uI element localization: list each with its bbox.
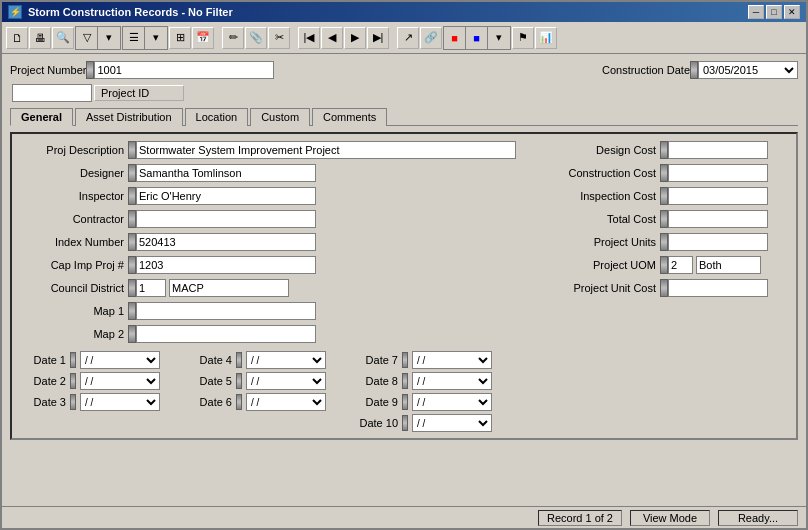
- date10-select[interactable]: / /: [412, 414, 492, 432]
- contractor-sep: [128, 210, 136, 228]
- map1-input[interactable]: [136, 302, 316, 320]
- tab-bar: General Asset Distribution Location Cust…: [10, 107, 798, 126]
- project-units-sep: [660, 233, 668, 251]
- filter-button[interactable]: ▽: [76, 27, 98, 49]
- date8-select[interactable]: / /: [412, 372, 492, 390]
- view-mode-status: View Mode: [630, 510, 710, 526]
- date6-select[interactable]: / /: [246, 393, 326, 411]
- date7-select[interactable]: / /: [412, 351, 492, 369]
- council-district-number[interactable]: [136, 279, 166, 297]
- flag-button[interactable]: ⚑: [512, 27, 534, 49]
- color3-button[interactable]: ▾: [488, 27, 510, 49]
- color2-button[interactable]: ■: [466, 27, 488, 49]
- proj-description-input[interactable]: [136, 141, 516, 159]
- total-cost-label: Total Cost: [560, 213, 660, 225]
- goto-button[interactable]: ↗: [397, 27, 419, 49]
- pencil-button[interactable]: ✏: [222, 27, 244, 49]
- inspection-cost-row: Inspection Cost: [560, 186, 790, 206]
- report-button[interactable]: 📊: [535, 27, 557, 49]
- inspection-cost-input[interactable]: [668, 187, 768, 205]
- index-number-label: Index Number: [18, 236, 128, 248]
- last-button[interactable]: ▶|: [367, 27, 389, 49]
- date10-sep: [402, 415, 408, 431]
- date6-row: Date 6 / /: [190, 393, 326, 411]
- designer-sep: [128, 164, 136, 182]
- grid-button[interactable]: ⊞: [169, 27, 191, 49]
- close-button[interactable]: ✕: [784, 5, 800, 19]
- filter-drop[interactable]: ▾: [98, 27, 120, 49]
- project-id-button[interactable]: [12, 84, 92, 102]
- project-uom-number[interactable]: [668, 256, 693, 274]
- tab-custom[interactable]: Custom: [250, 108, 310, 126]
- filter-group: ▽ ▾: [75, 26, 121, 50]
- print-button[interactable]: 🖶: [29, 27, 51, 49]
- project-number-input[interactable]: [94, 61, 274, 79]
- date5-select[interactable]: / /: [246, 372, 326, 390]
- date6-sep: [236, 394, 242, 410]
- color1-button[interactable]: ■: [444, 27, 466, 49]
- new-button[interactable]: 🗋: [6, 27, 28, 49]
- designer-input[interactable]: [136, 164, 316, 182]
- index-number-input[interactable]: [136, 233, 316, 251]
- date6-label: Date 6: [190, 396, 232, 408]
- construction-date-row: Construction Date 03/05/2015: [602, 60, 798, 80]
- app-icon: ⚡: [8, 5, 22, 19]
- date9-sep: [402, 394, 408, 410]
- proj-description-sep: [128, 141, 136, 159]
- total-cost-input[interactable]: [668, 210, 768, 228]
- cap-imp-proj-sep: [128, 256, 136, 274]
- link-button[interactable]: 🔗: [420, 27, 442, 49]
- calendar-button[interactable]: 📅: [192, 27, 214, 49]
- council-district-text[interactable]: [169, 279, 289, 297]
- project-unit-cost-input[interactable]: [668, 279, 768, 297]
- inspector-label: Inspector: [18, 190, 128, 202]
- construction-cost-input[interactable]: [668, 164, 768, 182]
- contractor-label: Contractor: [18, 213, 128, 225]
- date9-select[interactable]: / /: [412, 393, 492, 411]
- view-drop[interactable]: ▾: [145, 27, 167, 49]
- contractor-input[interactable]: [136, 210, 316, 228]
- date8-label: Date 8: [356, 375, 398, 387]
- tab-general[interactable]: General: [10, 108, 73, 126]
- view-button[interactable]: ☰: [123, 27, 145, 49]
- map2-input[interactable]: [136, 325, 316, 343]
- date1-select[interactable]: / /: [80, 351, 160, 369]
- tab-comments[interactable]: Comments: [312, 108, 387, 126]
- date4-select[interactable]: / /: [246, 351, 326, 369]
- date2-select[interactable]: / /: [80, 372, 160, 390]
- cut-button[interactable]: ✂: [268, 27, 290, 49]
- maximize-button[interactable]: □: [766, 5, 782, 19]
- inspection-cost-label: Inspection Cost: [560, 190, 660, 202]
- date1-row: Date 1 / /: [24, 351, 160, 369]
- minimize-button[interactable]: ─: [748, 5, 764, 19]
- view-group: ☰ ▾: [122, 26, 168, 50]
- date10-row: Date 10 / /: [356, 414, 492, 432]
- cap-imp-proj-input[interactable]: [136, 256, 316, 274]
- construction-cost-row: Construction Cost: [560, 163, 790, 183]
- attach-button[interactable]: 📎: [245, 27, 267, 49]
- next-button[interactable]: ▶: [344, 27, 366, 49]
- council-district-inline: [136, 279, 289, 297]
- project-units-input[interactable]: [668, 233, 768, 251]
- design-cost-input[interactable]: [668, 141, 768, 159]
- project-uom-text[interactable]: [696, 256, 761, 274]
- date3-select[interactable]: / /: [80, 393, 160, 411]
- project-number-sep: [86, 61, 94, 79]
- tab-location[interactable]: Location: [185, 108, 249, 126]
- search-button[interactable]: 🔍: [52, 27, 74, 49]
- date3-row: Date 3 / /: [24, 393, 160, 411]
- inspector-input[interactable]: [136, 187, 316, 205]
- project-id-label[interactable]: Project ID: [94, 85, 184, 101]
- construction-date-select[interactable]: 03/05/2015: [698, 61, 798, 79]
- design-cost-row: Design Cost: [560, 140, 790, 160]
- project-uom-row: Project UOM: [560, 255, 790, 275]
- status-bar: Record 1 of 2 View Mode Ready...: [2, 506, 806, 528]
- inspector-row: Inspector: [18, 186, 546, 206]
- inspection-cost-sep: [660, 187, 668, 205]
- prev-button[interactable]: ◀: [321, 27, 343, 49]
- tab-asset-distribution[interactable]: Asset Distribution: [75, 108, 183, 126]
- date4-row: Date 4 / /: [190, 351, 326, 369]
- first-button[interactable]: |◀: [298, 27, 320, 49]
- date5-label: Date 5: [190, 375, 232, 387]
- ready-status: Ready...: [718, 510, 798, 526]
